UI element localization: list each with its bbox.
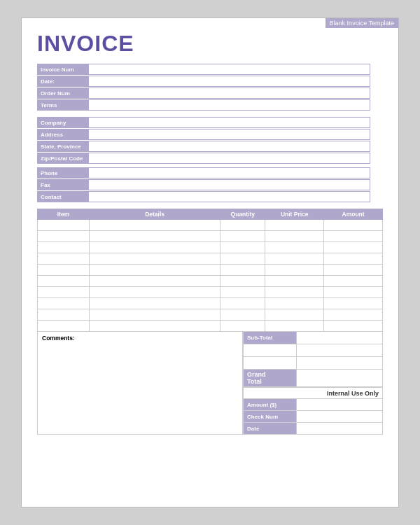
table-row xyxy=(38,242,383,253)
table-cell-7-0[interactable] xyxy=(38,298,90,309)
col-header-unit-price: Unit Price xyxy=(265,209,324,220)
date-row: Date: xyxy=(37,76,370,87)
table-cell-2-4[interactable] xyxy=(324,242,383,253)
table-cell-5-4[interactable] xyxy=(324,276,383,287)
table-row xyxy=(38,220,383,231)
table-row xyxy=(38,309,383,321)
table-cell-5-1[interactable] xyxy=(89,276,220,287)
table-cell-0-2[interactable] xyxy=(220,220,265,231)
table-row xyxy=(38,321,383,332)
table-cell-9-2[interactable] xyxy=(220,321,265,332)
table-cell-1-0[interactable] xyxy=(38,231,90,242)
amount-value[interactable] xyxy=(296,399,382,410)
table-cell-2-3[interactable] xyxy=(265,242,324,253)
totals-extra-label-2 xyxy=(244,357,296,369)
internal-use-label: Internal Use Only xyxy=(243,387,383,399)
table-cell-1-3[interactable] xyxy=(265,231,324,242)
subtotal-label: Sub-Total xyxy=(244,332,296,344)
table-cell-3-2[interactable] xyxy=(220,253,265,265)
col-header-details: Details xyxy=(89,209,220,220)
invoice-title: INVOICE xyxy=(37,31,383,57)
table-cell-5-3[interactable] xyxy=(265,276,324,287)
table-cell-4-0[interactable] xyxy=(38,265,90,276)
grand-total-value[interactable] xyxy=(296,370,382,386)
table-cell-5-0[interactable] xyxy=(38,276,90,287)
table-cell-1-2[interactable] xyxy=(220,231,265,242)
table-cell-1-4[interactable] xyxy=(324,231,383,242)
table-cell-9-0[interactable] xyxy=(38,321,90,332)
table-cell-2-0[interactable] xyxy=(38,242,90,253)
fax-value[interactable] xyxy=(88,180,370,190)
date-label: Date: xyxy=(38,76,88,86)
check-num-value[interactable] xyxy=(296,411,382,422)
totals-extra-value-1[interactable] xyxy=(296,344,382,356)
table-cell-8-4[interactable] xyxy=(324,309,383,321)
table-cell-7-2[interactable] xyxy=(220,298,265,309)
col-header-item: Item xyxy=(38,209,90,220)
table-row xyxy=(38,265,383,276)
invoice-num-label: Invoice Num xyxy=(38,64,88,74)
table-cell-8-0[interactable] xyxy=(38,309,90,321)
company-label: Company xyxy=(38,118,88,127)
order-num-value[interactable] xyxy=(88,88,370,98)
table-cell-6-1[interactable] xyxy=(89,287,220,298)
table-cell-2-2[interactable] xyxy=(220,242,265,253)
table-cell-9-4[interactable] xyxy=(324,321,383,332)
date-value[interactable] xyxy=(88,76,370,86)
totals-extra-row-1 xyxy=(243,344,383,357)
right-col: Sub-Total Grand Total Internal Use Only xyxy=(243,332,383,435)
amount-row: Amount ($) xyxy=(243,399,383,411)
state-value[interactable] xyxy=(88,141,370,151)
terms-value[interactable] xyxy=(88,100,370,110)
totals-extra-label-1 xyxy=(244,344,296,356)
table-cell-0-4[interactable] xyxy=(324,220,383,231)
table-cell-0-1[interactable] xyxy=(89,220,220,231)
table-cell-9-1[interactable] xyxy=(89,321,220,332)
payment-date-label: Date xyxy=(244,423,296,434)
table-cell-2-1[interactable] xyxy=(89,242,220,253)
table-cell-7-1[interactable] xyxy=(89,298,220,309)
table-cell-6-4[interactable] xyxy=(324,287,383,298)
payment-date-value[interactable] xyxy=(296,423,382,434)
subtotal-row: Sub-Total xyxy=(243,332,383,344)
company-col: Company Address State, Province Zip/Post… xyxy=(37,117,370,164)
phone-value[interactable] xyxy=(88,168,370,178)
table-cell-5-2[interactable] xyxy=(220,276,265,287)
terms-label: Terms xyxy=(38,100,88,110)
table-cell-0-0[interactable] xyxy=(38,220,90,231)
table-cell-8-2[interactable] xyxy=(220,309,265,321)
zip-value[interactable] xyxy=(88,153,370,163)
table-cell-4-2[interactable] xyxy=(220,265,265,276)
table-cell-6-0[interactable] xyxy=(38,287,90,298)
contact-value[interactable] xyxy=(88,192,370,202)
table-cell-4-1[interactable] xyxy=(89,265,220,276)
comments-area[interactable]: Comments: xyxy=(37,332,243,435)
table-cell-7-3[interactable] xyxy=(265,298,324,309)
table-cell-6-2[interactable] xyxy=(220,287,265,298)
order-num-row: Order Num xyxy=(37,88,370,99)
table-cell-3-0[interactable] xyxy=(38,253,90,265)
col-header-quantity: Quantity xyxy=(220,209,265,220)
phone-row: Phone xyxy=(37,167,370,178)
comments-label: Comments: xyxy=(42,335,75,342)
table-cell-6-3[interactable] xyxy=(265,287,324,298)
table-cell-8-3[interactable] xyxy=(265,309,324,321)
subtotal-value[interactable] xyxy=(296,332,382,344)
address-value[interactable] xyxy=(88,130,370,139)
table-cell-9-3[interactable] xyxy=(265,321,324,332)
table-cell-4-3[interactable] xyxy=(265,265,324,276)
invoice-num-value[interactable] xyxy=(88,64,370,74)
totals-extra-value-2[interactable] xyxy=(296,357,382,369)
table-cell-8-1[interactable] xyxy=(89,309,220,321)
table-cell-7-4[interactable] xyxy=(324,298,383,309)
totals-extra-row-2 xyxy=(243,357,383,370)
table-cell-3-1[interactable] xyxy=(89,253,220,265)
table-cell-4-4[interactable] xyxy=(324,265,383,276)
table-cell-3-4[interactable] xyxy=(324,253,383,265)
invoice-info-col: Invoice Num Date: Order Num Terms xyxy=(37,64,370,111)
table-cell-0-3[interactable] xyxy=(265,220,324,231)
table-cell-1-1[interactable] xyxy=(89,231,220,242)
table-cell-3-3[interactable] xyxy=(265,253,324,265)
company-value[interactable] xyxy=(88,118,370,127)
zip-label: Zip/Postal Code xyxy=(38,153,88,163)
